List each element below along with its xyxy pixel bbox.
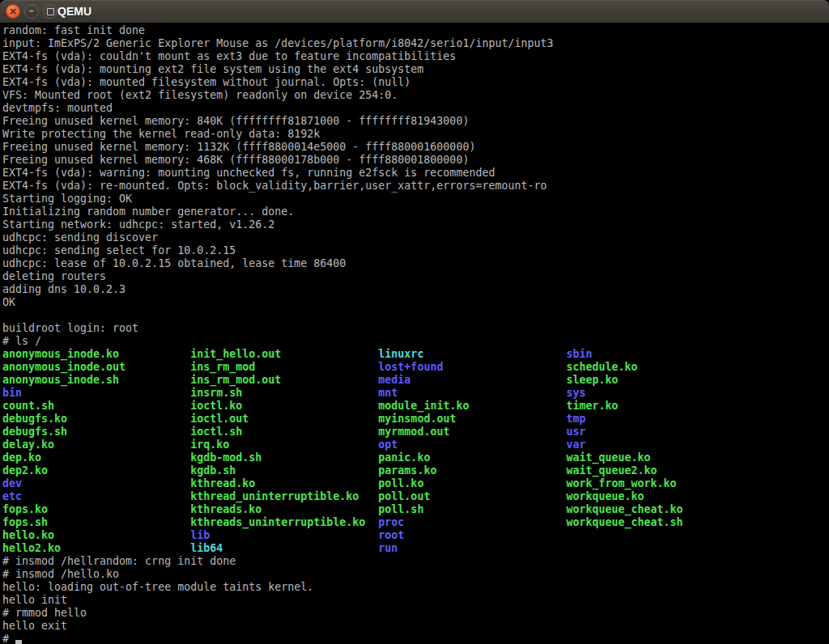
ls-entry: hello2.ko xyxy=(2,542,190,554)
console-line: deleting routers xyxy=(2,270,829,283)
ls-row: debugfs.ko ioctl.out myinsmod.out tmp xyxy=(2,413,829,426)
console-line: EXT4-fs (vda): mounted filesystem withou… xyxy=(2,76,829,89)
ls-entry: hello.ko xyxy=(2,529,190,541)
close-button[interactable]: ✕ xyxy=(6,4,20,19)
ls-entry: anonymous_inode.ko xyxy=(2,348,190,360)
console-line: Freeing unused kernel memory: 468K (ffff… xyxy=(2,154,829,167)
ls-entry: kgdb-mod.sh xyxy=(190,451,378,464)
console-text: EXT4-fs (vda): mounted filesystem withou… xyxy=(2,76,410,88)
console-line: EXT4-fs (vda): re-mounted. Opts: block_v… xyxy=(2,180,829,193)
window-controls: ✕ − xyxy=(6,0,57,23)
console-text: EXT4-fs (vda): re-mounted. Opts: block_v… xyxy=(2,180,546,192)
ls-entry: schedule.ko xyxy=(567,361,638,373)
ls-entry: lib xyxy=(190,529,378,541)
ls-entry: fops.sh xyxy=(2,516,190,528)
console-text: devtmpfs: mounted xyxy=(2,102,113,114)
console-text: adding dns 10.0.2.3 xyxy=(2,283,125,295)
console-text: # insmod /hello.ko xyxy=(2,568,119,580)
ls-entry: mnt xyxy=(378,387,566,399)
console-text: random: fast init done xyxy=(2,24,145,36)
terminal-cursor xyxy=(15,640,22,644)
ls-entry: insrm.sh xyxy=(190,387,378,399)
minimize-button[interactable]: − xyxy=(24,4,39,19)
ls-entry: sys xyxy=(567,387,586,399)
console-line: # insmod /hellrandom: crng init done xyxy=(2,555,829,568)
ls-row: anonymous_inode.sh ins_rm_mod.out media … xyxy=(2,374,829,387)
console-line: input: ImExPS/2 Generic Explorer Mouse a… xyxy=(2,37,829,50)
ls-entry: anonymous_inode.out xyxy=(2,361,190,373)
ls-entry: kthreads.ko xyxy=(190,503,378,515)
console-text: Initializing random number generator... … xyxy=(2,205,294,218)
console-line: VFS: Mounted root (ext2 filesystem) read… xyxy=(2,89,829,102)
ls-entry: irq.ko xyxy=(190,439,378,451)
console-line: # insmod /hello.ko xyxy=(2,568,829,581)
ls-entry: panic.ko xyxy=(378,451,566,464)
ls-entry: fops.ko xyxy=(2,503,190,515)
ls-row: anonymous_inode.out ins_rm_mod lost+foun… xyxy=(2,361,829,374)
console-line: OK xyxy=(2,296,829,309)
window-title: QEMU xyxy=(57,0,91,23)
ls-entry: bin xyxy=(2,387,190,399)
console-text: hello: loading out-of-tree module taints… xyxy=(2,581,313,593)
console-text: EXT4-fs (vda): warning: mounting uncheck… xyxy=(2,167,495,179)
ls-row: anonymous_inode.ko init_hello.out linuxr… xyxy=(2,348,829,361)
console-line: hello init xyxy=(2,594,829,607)
ls-row: hello2.ko lib64 run xyxy=(2,542,829,555)
console-text: VFS: Mounted root (ext2 filesystem) read… xyxy=(2,89,397,101)
ls-row: hello.ko lib root xyxy=(2,529,829,542)
console-line: devtmpfs: mounted xyxy=(2,102,829,115)
console-line: adding dns 10.0.2.3 xyxy=(2,283,829,296)
shell-prompt: # xyxy=(2,633,15,644)
ls-entry: ioctl.out xyxy=(190,413,378,425)
console-line: random: fast init done xyxy=(2,24,829,37)
ls-entry: lost+found xyxy=(378,361,566,373)
ls-entry: ioctl.ko xyxy=(190,400,378,412)
console-text: OK xyxy=(2,296,15,308)
console-text: buildroot login: root xyxy=(2,322,138,334)
console-line: Initializing random number generator... … xyxy=(2,205,829,218)
console-line: Freeing unused kernel memory: 840K (ffff… xyxy=(2,115,829,128)
ls-row: debugfs.sh ioctl.sh myrmmod.out usr xyxy=(2,426,829,439)
console-line: Write protecting the kernel read-only da… xyxy=(2,128,829,141)
ls-entry: init_hello.out xyxy=(190,348,378,360)
console-text: # rmmod hello xyxy=(2,607,87,619)
console-line: EXT4-fs (vda): couldn't mount as ext3 du… xyxy=(2,50,829,63)
maximize-icon xyxy=(47,8,54,15)
ls-entry: myinsmod.out xyxy=(378,413,566,425)
ls-row: bin insrm.sh mnt sys xyxy=(2,387,829,400)
qemu-console[interactable]: random: fast init doneinput: ImExPS/2 Ge… xyxy=(0,23,829,644)
console-text: Freeing unused kernel memory: 1132K (fff… xyxy=(2,141,475,153)
ls-entry: workqueue.ko xyxy=(567,490,644,502)
ls-entry: linuxrc xyxy=(378,348,566,360)
console-text: input: ImExPS/2 Generic Explorer Mouse a… xyxy=(2,37,553,49)
ls-row: etc kthread_uninterruptible.ko poll.out … xyxy=(2,490,829,503)
ls-row: dep.ko kgdb-mod.sh panic.ko wait_queue.k… xyxy=(2,451,829,464)
console-text: # insmod /hellrandom: crng init done xyxy=(2,555,236,567)
ls-entry: kgdb.sh xyxy=(190,464,378,477)
console-text: hello init xyxy=(2,594,67,606)
window-titlebar[interactable]: ✕ − QEMU xyxy=(0,0,829,23)
ls-entry: timer.ko xyxy=(567,400,619,412)
console-text: Freeing unused kernel memory: 468K (ffff… xyxy=(2,154,469,166)
ls-entry: usr xyxy=(567,426,586,438)
prompt-line: # xyxy=(2,633,829,644)
console-line: udhcpc: lease of 10.0.2.15 obtained, lea… xyxy=(2,257,829,270)
ls-entry: root xyxy=(378,529,404,541)
ls-entry: poll.ko xyxy=(378,477,566,489)
console-text: udhcpc: sending select for 10.0.2.15 xyxy=(2,244,236,256)
ls-row: dev kthread.ko poll.ko work_from_work.ko xyxy=(2,477,829,490)
console-line: Starting logging: OK xyxy=(2,193,829,205)
console-line: udhcpc: sending discover xyxy=(2,231,829,244)
ls-row: delay.ko irq.ko opt var xyxy=(2,439,829,451)
ls-entry: wait_queue2.ko xyxy=(567,464,657,477)
ls-entry: opt xyxy=(378,439,566,451)
ls-entry: sleep.ko xyxy=(567,374,619,386)
console-text: # ls / xyxy=(2,335,41,347)
ls-entry: etc xyxy=(2,490,190,502)
console-line: Freeing unused kernel memory: 1132K (fff… xyxy=(2,141,829,154)
maximize-button[interactable] xyxy=(43,4,57,19)
console-text: EXT4-fs (vda): couldn't mount as ext3 du… xyxy=(2,50,456,62)
console-line: udhcpc: sending select for 10.0.2.15 xyxy=(2,244,829,257)
ls-entry: work_from_work.ko xyxy=(567,477,677,489)
ls-entry: workqueue_cheat.ko xyxy=(567,503,683,515)
